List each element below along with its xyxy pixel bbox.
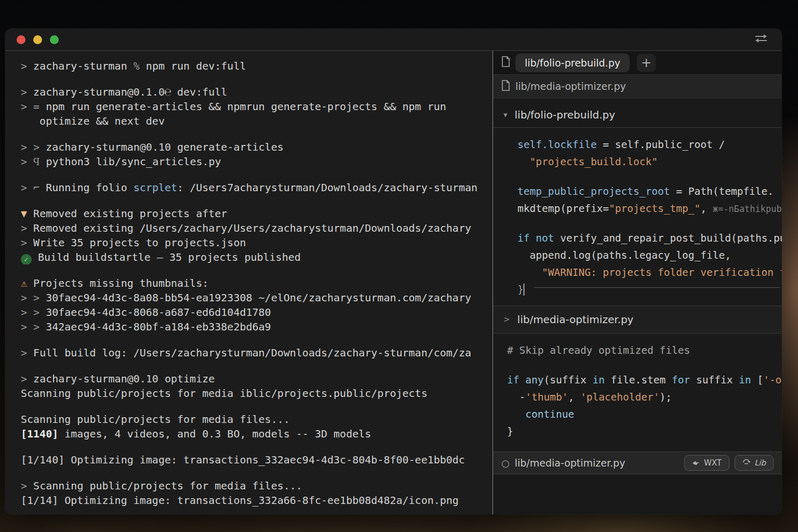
text-segment: = Path(tempfile. <box>670 185 774 197</box>
code-line: self.lockfile = self.public_root / <box>517 136 782 153</box>
terminal-line: > Removed existing /Users/zachary/Users/… <box>21 221 488 235</box>
terminal-line <box>21 264 488 276</box>
text-segment: mkdtemp(prefix= <box>517 203 609 215</box>
section-header-folio-prebuild[interactable]: ▾ lib/folio-prebuild.py <box>493 98 782 128</box>
terminal-line: > > zachary-sturman@0.10 generate-articl… <box>21 140 488 154</box>
text-segment: 30faec94-4d3c-8068-a687-ed6d104d1780 <box>39 306 271 318</box>
text-segment: % <box>134 60 140 72</box>
button-label: WXT <box>704 458 722 468</box>
terminal-line <box>21 401 488 412</box>
text-segment: > <box>33 291 39 304</box>
text-segment: python3 lib/sync_articles.py <box>39 155 221 168</box>
text-segment: Running folio <box>39 181 134 194</box>
text-segment <box>529 232 536 244</box>
text-segment: Scanning public/projects for media files… <box>21 413 290 425</box>
terminal-line <box>21 169 488 180</box>
terminal-line: > Full build log: /Users/zacharysturman/… <box>21 345 488 360</box>
terminal-line: Scanning public/projects for media iblic… <box>21 386 488 401</box>
status-buttons: WXT Lib <box>684 455 774 471</box>
swap-arrows-icon[interactable] <box>754 33 768 46</box>
terminal-line <box>21 73 488 85</box>
terminal-line: > Ϥ python3 lib/sync_articles.py <box>21 154 488 169</box>
text-segment: npm run generate-articles && npmrun gene… <box>39 100 446 113</box>
code-line: continue <box>507 406 782 423</box>
code-line: }▏ <box>517 281 782 298</box>
text-segment <box>517 156 529 168</box>
text-segment: continue <box>507 408 574 420</box>
code-block-folio-prebuild[interactable]: self.lockfile = self.public_root / "proj… <box>493 128 782 305</box>
terminal-line: [1140] images, 4 videos, and 0.3 BO, mod… <box>21 427 488 441</box>
zoom-button[interactable] <box>50 35 59 44</box>
text-segment: ⚠ <box>21 277 27 289</box>
terminal-line: [1/14] Optimizing image: transactions_33… <box>21 493 488 508</box>
text-segment: > <box>21 373 27 385</box>
text-segment: > <box>33 141 39 153</box>
text-segment: npm run dev:full <box>140 60 246 72</box>
text-segment: > <box>21 291 27 304</box>
code-line: append.log(paths.legacy_log_file, <box>517 247 782 264</box>
run-icon <box>692 458 700 468</box>
new-tab-button[interactable]: + <box>637 54 656 72</box>
text-segment: [1140] <box>21 428 58 440</box>
wxt-button[interactable]: WXT <box>684 455 729 471</box>
text-segment: ⌐ <box>33 181 39 194</box>
section-header-media-optimizer[interactable]: > lib/media-optimizer.py <box>493 305 782 334</box>
code-block-media-optimizer[interactable]: # Skip already optimized filesif any(suf… <box>493 334 782 447</box>
button-label: Lib <box>754 458 766 468</box>
terminal-line: > > 30faec94-4d3c-8068-a687-ed6d104d1780 <box>21 305 488 320</box>
text-segment: [1/14] Optimizing image: transactions_33… <box>21 494 459 507</box>
text-segment: zachary-sturman@0.10 generate-articles <box>39 141 284 153</box>
text-segment: > <box>21 347 27 359</box>
code-line: } <box>507 423 782 440</box>
text-segment <box>27 321 33 333</box>
section-title: lib/media-optimizer.py <box>517 313 634 326</box>
terminal-line <box>21 128 488 140</box>
text-segment: : /Users7acharysturman/Downloads/zachary… <box>177 181 477 194</box>
close-button[interactable] <box>17 35 25 44</box>
status-file-name: lib/media-optimizer.py <box>515 457 626 469</box>
branch-icon <box>742 458 750 468</box>
code-line: if not verify_and_repair_post_build(path… <box>517 230 782 247</box>
code-line <box>517 170 782 183</box>
text-segment: zachary-sturman@0.1.0℮ dev:full <box>27 86 227 98</box>
terminal-line: Scanning public/projects for media files… <box>21 412 488 427</box>
text-segment: "WARNING: projects folder verification f… <box>542 267 782 278</box>
terminal-line: > > 342aec94-4d3c-80bf-a184-eb338e2bd6a9 <box>21 320 488 334</box>
text-segment: file.stem <box>605 374 672 386</box>
text-segment: in <box>592 374 604 386</box>
terminal-pane[interactable]: > zachary-sturman % npm run dev:full> za… <box>5 51 493 514</box>
text-segment: > <box>21 306 27 318</box>
file-icon <box>501 56 510 69</box>
text-segment: > <box>21 155 27 168</box>
editor-pane: lib/folio-prebuild.py + lib/media-optimi… <box>493 51 782 514</box>
terminal-line: > zachary-sturman@0.10 optimize <box>21 371 488 386</box>
text-segment: , <box>700 203 712 215</box>
text-segment: Projects missing thumbnails: <box>27 277 208 289</box>
text-segment: self.lockfile <box>517 139 597 151</box>
text-segment: ж=-nБathikpublic_ <box>713 204 782 214</box>
traffic-lights <box>17 35 59 44</box>
text-segment <box>27 141 33 153</box>
text-segment: temp_public_projects_root <box>517 185 670 197</box>
text-segment: "projects_tmp_" <box>609 203 700 215</box>
text-segment: > <box>33 306 39 318</box>
text-segment: # Skip already optimized files <box>507 344 690 356</box>
text-segment: Scanning public/projects for media files… <box>27 480 302 492</box>
text-segment: > <box>21 181 27 194</box>
tab-folio-prebuild[interactable]: lib/folio-prebuild.py <box>515 54 630 72</box>
lib-button[interactable]: Lib <box>735 455 774 471</box>
terminal-line: > Scanning public/projects for media fil… <box>21 478 488 493</box>
editor-body: ▾ lib/folio-prebuild.py self.lockfile = … <box>493 98 782 514</box>
text-segment: } <box>517 281 524 298</box>
terminal-line: ⚠ Projects missing thumbnails: <box>21 276 488 290</box>
text-segment: ▏ <box>524 281 530 298</box>
tab-media-optimizer[interactable]: lib/media-optimizer.py <box>493 75 782 98</box>
text-segment: > <box>21 236 27 249</box>
chevron-down-icon: ▾ <box>503 110 508 119</box>
text-segment: optimize && next dev <box>21 115 165 127</box>
terminal-line: > = npm run generate-articles && npmrun … <box>21 99 488 114</box>
text-segment: "projects_build.lock" <box>529 156 658 168</box>
minimize-button[interactable] <box>33 35 42 44</box>
text-segment: suffix <box>690 374 739 386</box>
chevron-right-icon: > <box>503 315 510 324</box>
